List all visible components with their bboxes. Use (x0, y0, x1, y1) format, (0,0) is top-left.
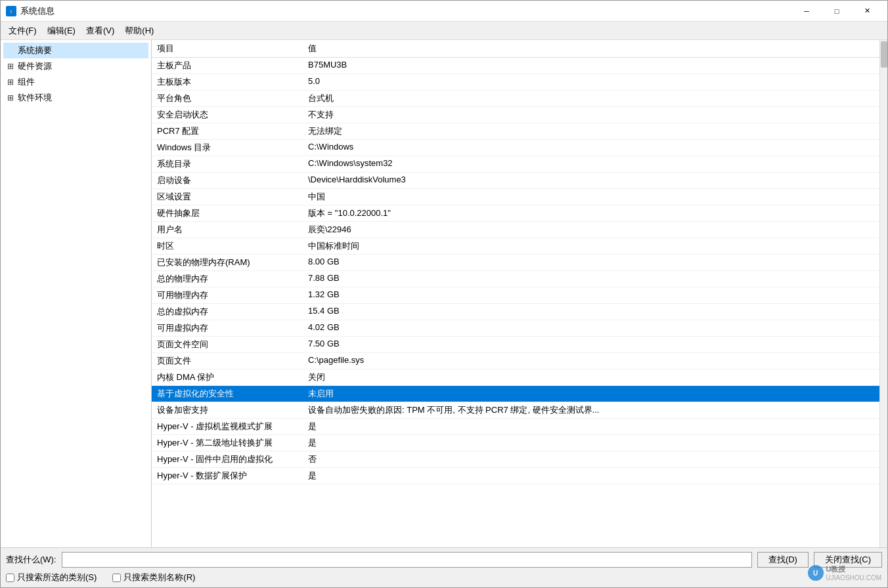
svg-text:i: i (11, 9, 12, 14)
close-button[interactable]: ✕ (852, 1, 882, 22)
tree-label-summary: 系统摘要 (18, 45, 52, 56)
table-row[interactable]: 页面文件C:\pagefile.sys (152, 353, 887, 369)
table-cell-value: 设备自动加密失败的原因: TPM 不可用, 不支持 PCR7 绑定, 硬件安全测… (303, 402, 887, 419)
menu-bar: 文件(F) 编辑(E) 查看(V) 帮助(H) (1, 22, 887, 40)
tree-item-components[interactable]: ⊞ 组件 (3, 74, 148, 90)
table-cell-item: 总的物理内存 (152, 271, 303, 287)
menu-edit[interactable]: 编辑(E) (42, 22, 81, 39)
table-row[interactable]: Hyper-V - 数据扩展保护是 (152, 468, 887, 484)
table-cell-value: C:\Windows (303, 140, 887, 156)
maximize-button[interactable]: □ (822, 1, 852, 22)
table-row[interactable]: 页面文件空间7.50 GB (152, 337, 887, 353)
table-cell-item: 基于虚拟化的安全性 (152, 386, 303, 402)
table-row[interactable]: PCR7 配置无法绑定 (152, 123, 887, 140)
title-controls: ─ □ ✕ (791, 1, 882, 22)
table-row[interactable]: 可用物理内存1.32 GB (152, 287, 887, 304)
table-cell-value: 是 (303, 468, 887, 484)
col-header-value: 值 (303, 40, 887, 58)
tree-item-hardware[interactable]: ⊞ 硬件资源 (3, 58, 148, 74)
table-cell-item: 硬件抽象层 (152, 205, 303, 222)
table-row[interactable]: Hyper-V - 第二级地址转换扩展是 (152, 435, 887, 452)
table-cell-item: PCR7 配置 (152, 123, 303, 140)
table-cell-item: 页面文件 (152, 353, 303, 369)
table-cell-value: B75MU3B (303, 58, 887, 74)
search-label: 查找什么(W): (6, 554, 56, 566)
title-bar: i 系统信息 ─ □ ✕ (1, 1, 887, 22)
table-cell-value: C:\Windows\system32 (303, 156, 887, 173)
table-cell-value: 辰奕\22946 (303, 222, 887, 238)
watermark-icon: U (808, 565, 824, 581)
tree-label-components: 组件 (18, 76, 35, 88)
table-row[interactable]: 硬件抽象层版本 = "10.0.22000.1" (152, 205, 887, 222)
table-row[interactable]: 启动设备\Device\HarddiskVolume3 (152, 173, 887, 189)
table-cell-item: 时区 (152, 238, 303, 255)
table-row[interactable]: 主板版本5.0 (152, 74, 887, 91)
table-cell-item: 已安装的物理内存(RAM) (152, 255, 303, 271)
checkbox-search-name[interactable]: 只搜索类别名称(R) (112, 572, 195, 583)
table-cell-item: 可用物理内存 (152, 287, 303, 304)
menu-file[interactable]: 文件(F) (3, 22, 42, 39)
tree-item-system-summary[interactable]: 系统摘要 (3, 43, 148, 58)
table-cell-item: 可用虚拟内存 (152, 320, 303, 337)
table-row[interactable]: 内核 DMA 保护关闭 (152, 369, 887, 386)
table-cell-value: \Device\HarddiskVolume3 (303, 173, 887, 189)
table-row[interactable]: 用户名辰奕\22946 (152, 222, 887, 238)
table-row[interactable]: Hyper-V - 固件中启用的虚拟化否 (152, 452, 887, 468)
table-cell-item: 启动设备 (152, 173, 303, 189)
expand-icon-software: ⊞ (7, 93, 15, 102)
search-row: 查找什么(W): 查找(D) 关闭查找(C) (6, 552, 882, 568)
table-cell-value: 关闭 (303, 369, 887, 386)
checkbox-name-input[interactable] (112, 574, 121, 582)
table-row[interactable]: 系统目录C:\Windows\system32 (152, 156, 887, 173)
table-row[interactable]: 时区中国标准时间 (152, 238, 887, 255)
find-button[interactable]: 查找(D) (757, 552, 809, 568)
search-input[interactable] (62, 552, 752, 568)
table-row[interactable]: 安全启动状态不支持 (152, 107, 887, 123)
table-cell-item: 主板版本 (152, 74, 303, 91)
table-row[interactable]: 主板产品B75MU3B (152, 58, 887, 74)
table-row[interactable]: 总的虚拟内存15.4 GB (152, 304, 887, 320)
tree-item-software[interactable]: ⊞ 软件环境 (3, 90, 148, 106)
title-bar-left: i 系统信息 (6, 5, 55, 17)
table-row[interactable]: 平台角色台式机 (152, 91, 887, 107)
table-row[interactable]: 总的物理内存7.88 GB (152, 271, 887, 287)
table-cell-value: 是 (303, 435, 887, 452)
scrollbar-track[interactable] (879, 40, 887, 547)
table-cell-value: 4.02 GB (303, 320, 887, 337)
scrollbar-thumb[interactable] (881, 41, 887, 68)
table-cell-value: 中国标准时间 (303, 238, 887, 255)
info-table: 项目 值 主板产品B75MU3B主板版本5.0平台角色台式机安全启动状态不支持P… (152, 40, 887, 484)
menu-view[interactable]: 查看(V) (81, 22, 120, 39)
tree-label-hardware: 硬件资源 (18, 60, 52, 72)
watermark-text: U教授 UJIAOSHOU.COM (826, 564, 881, 581)
table-row[interactable]: Windows 目录C:\Windows (152, 140, 887, 156)
watermark: U U教授 UJIAOSHOU.COM (808, 564, 881, 581)
menu-help[interactable]: 帮助(H) (120, 22, 159, 39)
table-row[interactable]: Hyper-V - 虚拟机监视模式扩展是 (152, 419, 887, 435)
table-cell-value: 不支持 (303, 107, 887, 123)
table-cell-item: Hyper-V - 固件中启用的虚拟化 (152, 452, 303, 468)
table-row[interactable]: 设备加密支持设备自动加密失败的原因: TPM 不可用, 不支持 PCR7 绑定,… (152, 402, 887, 419)
table-row[interactable]: 区域设置中国 (152, 189, 887, 205)
table-cell-value: 否 (303, 452, 887, 468)
table-cell-value: 5.0 (303, 74, 887, 91)
minimize-button[interactable]: ─ (791, 1, 822, 22)
table-cell-item: Hyper-V - 虚拟机监视模式扩展 (152, 419, 303, 435)
checkbox-category-input[interactable] (6, 574, 14, 582)
table-row[interactable]: 已安装的物理内存(RAM)8.00 GB (152, 255, 887, 271)
table-cell-item: Hyper-V - 第二级地址转换扩展 (152, 435, 303, 452)
table-cell-value: 15.4 GB (303, 304, 887, 320)
table-cell-item: 总的虚拟内存 (152, 304, 303, 320)
table-cell-item: 安全启动状态 (152, 107, 303, 123)
window-title: 系统信息 (20, 5, 55, 17)
table-row[interactable]: 基于虚拟化的安全性未启用 (152, 386, 887, 402)
checkbox-search-category[interactable]: 只搜索所选的类别(S) (6, 572, 97, 583)
table-cell-value: 版本 = "10.0.22000.1" (303, 205, 887, 222)
checkbox-category-label: 只搜索所选的类别(S) (17, 572, 97, 583)
table-row[interactable]: 可用虚拟内存4.02 GB (152, 320, 887, 337)
expand-icon-components: ⊞ (7, 77, 15, 87)
table-cell-value: 1.32 GB (303, 287, 887, 304)
checkbox-row: 只搜索所选的类别(S) 只搜索类别名称(R) (6, 572, 882, 583)
col-header-item: 项目 (152, 40, 303, 58)
table-cell-item: Hyper-V - 数据扩展保护 (152, 468, 303, 484)
